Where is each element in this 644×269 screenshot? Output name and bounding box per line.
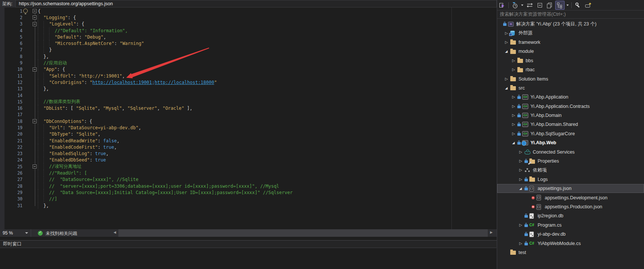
- code-line-2[interactable]: 2"Logging": {: [0, 14, 293, 21]
- chevron-collapsed-icon[interactable]: ▷: [519, 159, 524, 163]
- tree-item-yi-abp-dev-db[interactable]: yi-abp-dev.db: [497, 230, 644, 239]
- tree-item-connected-services[interactable]: ▷Connected Services: [497, 147, 644, 156]
- filter-dropdown-chevron-icon[interactable]: [521, 4, 523, 6]
- code-line-10[interactable]: 10"App": {: [0, 66, 293, 73]
- code-line-18[interactable]: 18"DbConnOptions": {: [0, 118, 293, 124]
- tree-item-yiabpwebmodule-cs[interactable]: ▷C#YiAbpWebModule.cs: [497, 239, 644, 248]
- chevron-expanded-icon[interactable]: ◢: [519, 187, 524, 190]
- code-line-8[interactable]: 8},: [0, 53, 293, 60]
- code-line-9[interactable]: 9//应用启动: [0, 60, 293, 66]
- chevron-collapsed-icon[interactable]: ▷: [512, 132, 517, 136]
- tree-item-program-cs[interactable]: ▷C#Program.cs: [497, 221, 644, 230]
- tree-item-bbs[interactable]: ▷bbs: [497, 56, 644, 65]
- tree-item-src[interactable]: ◢src: [497, 84, 644, 93]
- chevron-expanded-icon[interactable]: ◢: [505, 49, 510, 53]
- chevron-collapsed-icon[interactable]: ▷: [519, 178, 524, 181]
- pending-changes-filter-button[interactable]: [511, 1, 519, 9]
- show-all-files-toggle[interactable]: [555, 1, 565, 10]
- collapse-all-button[interactable]: [536, 1, 544, 9]
- code-line-20[interactable]: 20"DbType": "Sqlite",: [0, 131, 293, 137]
- code-line-27[interactable]: 27// "DataSource=[xxxx]", //Sqlite: [0, 176, 293, 183]
- code-editor[interactable]: 1{2"Logging": {3"LogLevel": {4//"Default…: [0, 7, 497, 229]
- fold-collapse-box[interactable]: [33, 22, 37, 26]
- code-line-22[interactable]: 22"EnabledCodeFirst": true,: [0, 144, 293, 150]
- fold-collapse-box[interactable]: [33, 164, 37, 169]
- tree-item-appsettings-json[interactable]: ◢{}appsettings.json: [497, 184, 644, 193]
- tree-item-yi-abp-domain-shared[interactable]: ▷C#Yi.Abp.Domain.Shared: [497, 120, 644, 129]
- fold-collapse-box[interactable]: [33, 67, 37, 72]
- tree-item-yi-abp-application[interactable]: ▷C#Yi.Abp.Application: [497, 93, 644, 102]
- tree-item-yi-abp-web[interactable]: ◢Yi.Abp.Web: [497, 138, 644, 147]
- code-line-28[interactable]: 28// "server=[xxxx];port=3306;database=[…: [0, 183, 293, 189]
- tree-item-test[interactable]: test: [497, 248, 644, 257]
- code-line-15[interactable]: 15//数据库类型列表: [0, 99, 293, 105]
- fold-collapse-box[interactable]: [33, 9, 37, 13]
- code-line-16[interactable]: 16"DbList": [ "Sqlite", "Mysql", "Sqlser…: [0, 105, 293, 111]
- solution-explorer-search-input[interactable]: 搜索解决方案资源管理器(Ctrl+;): [497, 10, 644, 19]
- horizontal-scrollbar-thumb[interactable]: [118, 229, 488, 237]
- code-line-1[interactable]: 1{: [0, 8, 293, 14]
- tree-item-rbac[interactable]: ▷rbac: [497, 65, 644, 74]
- chevron-collapsed-icon[interactable]: ▷: [512, 68, 517, 72]
- chevron-collapsed-icon[interactable]: ▷: [512, 59, 517, 63]
- tree-item-ip2region-db[interactable]: ip2region.db: [497, 211, 644, 220]
- chevron-collapsed-icon[interactable]: ▷: [512, 95, 517, 99]
- chevron-collapsed-icon[interactable]: ▷: [519, 150, 524, 154]
- zoom-level-combobox[interactable]: 95 %: [0, 229, 31, 237]
- tree-item-properties[interactable]: ▷Properties: [497, 157, 644, 166]
- chevron-collapsed-icon[interactable]: ▷: [512, 123, 517, 126]
- switch-views-button[interactable]: [498, 1, 506, 9]
- tree-item-解决方案-yi-abp-23-个项目-共-23-个-[interactable]: ∞解决方案 'Yi.Abp' (23 个项目, 共 23 个): [497, 19, 644, 28]
- tree-item-依赖项[interactable]: ▷依赖项: [497, 166, 644, 175]
- tree-item-外部源[interactable]: ▷外部源: [497, 28, 644, 37]
- code-line-17[interactable]: 17: [0, 112, 293, 118]
- code-line-25[interactable]: 25//读写分离地址: [0, 163, 293, 170]
- preview-selected-items-button[interactable]: [584, 1, 593, 9]
- properties-pages-button[interactable]: [545, 1, 554, 9]
- code-line-23[interactable]: 23"EnabledSqlLog": true,: [0, 151, 293, 157]
- editor-vertical-scrollbar[interactable]: [451, 7, 452, 229]
- code-token[interactable]: http://localhost:19001: [93, 80, 152, 85]
- code-line-3[interactable]: 3"LogLevel": {: [0, 21, 293, 27]
- code-line-24[interactable]: 24"EnabledDbSeed": true: [0, 157, 293, 163]
- chevron-collapsed-icon[interactable]: ▷: [505, 77, 510, 81]
- code-line-26[interactable]: 26//"ReadUrl": [: [0, 170, 293, 176]
- chevron-collapsed-icon[interactable]: ▷: [519, 223, 524, 227]
- tree-item-yi-abp-application-contracts[interactable]: ▷C#Yi.Abp.Application.Contracts: [497, 102, 644, 111]
- chevron-collapsed-icon[interactable]: ▷: [505, 40, 510, 44]
- tree-item-solution-items[interactable]: ▷Solution Items: [497, 74, 644, 83]
- properties-wrench-button[interactable]: [574, 1, 582, 9]
- fold-collapse-box[interactable]: [33, 15, 37, 19]
- show-all-files-chevron-icon[interactable]: [566, 4, 569, 6]
- chevron-expanded-icon[interactable]: ◢: [505, 86, 510, 90]
- code-line-5[interactable]: 5"Default": "Debug",: [0, 34, 293, 40]
- code-line-29[interactable]: 29// "Data Source=[xxxx];Initial Catalog…: [0, 189, 293, 196]
- fold-collapse-box[interactable]: [33, 119, 37, 123]
- tree-item-appsettings-production-json[interactable]: {}appsettings.Production.json: [497, 202, 644, 211]
- code-token[interactable]: http://localhost:18000: [155, 80, 214, 85]
- tree-item-framework[interactable]: ▷framework: [497, 38, 644, 47]
- scroll-right-arrow[interactable]: ▶: [490, 230, 493, 234]
- tree-item-appsettings-development-json[interactable]: {}appsettings.Development.json: [497, 193, 644, 202]
- tree-item-module[interactable]: ◢module: [497, 47, 644, 56]
- code-line-13[interactable]: 13},: [0, 86, 293, 92]
- immediate-window-content[interactable]: [0, 248, 496, 269]
- code-line-14[interactable]: 14: [0, 92, 293, 99]
- code-line-7[interactable]: 7}: [0, 47, 293, 53]
- chevron-collapsed-icon[interactable]: ▷: [512, 105, 517, 108]
- chevron-expanded-icon[interactable]: ◢: [512, 141, 517, 145]
- chevron-collapsed-icon[interactable]: ▷: [519, 242, 524, 245]
- scroll-left-arrow[interactable]: ◀: [114, 230, 116, 234]
- schema-url-combobox[interactable]: https://json.schemastore.org/appsettings…: [15, 0, 497, 7]
- code-line-12[interactable]: 12"CorsOrigins": "http://localhost:19001…: [0, 79, 293, 85]
- code-line-21[interactable]: 21"EnabledReadWrite": false,: [0, 137, 293, 144]
- code-line-11[interactable]: 11"SelfUrl": "http://*:19001",: [0, 73, 293, 79]
- chevron-collapsed-icon[interactable]: ▷: [512, 114, 517, 117]
- code-line-31[interactable]: 31},: [0, 202, 293, 209]
- tree-item-logs[interactable]: ▷Logs: [497, 175, 644, 184]
- code-line-30[interactable]: 30//]: [0, 196, 293, 202]
- code-line-19[interactable]: 19"Url": "DataSource=yi-abp-dev.db",: [0, 124, 293, 131]
- code-line-4[interactable]: 4//"Default": "Information",: [0, 27, 293, 34]
- tree-item-yi-abp-sqlsugarcore[interactable]: ▷C#Yi.Abp.SqlSugarCore: [497, 129, 644, 138]
- code-line-6[interactable]: 6"Microsoft.AspNetCore": "Warning": [0, 40, 293, 46]
